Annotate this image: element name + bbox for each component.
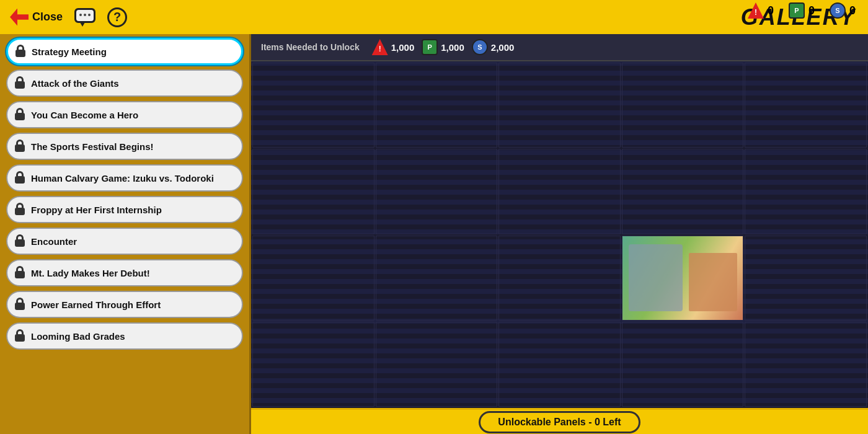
lock-icon-2 [14, 108, 26, 122]
svg-rect-4 [84, 14, 86, 16]
unlock-cost-2: P 1,000 [422, 39, 464, 55]
sidebar-item-label-1: Attack of the Giants [31, 78, 119, 89]
lock-icon-8 [14, 298, 26, 311]
sidebar-item-label-8: Power Earned Through Effort [31, 299, 161, 310]
close-label: Close [32, 11, 63, 24]
grid-cell-16[interactable] [376, 322, 498, 407]
svg-marker-2 [80, 22, 85, 27]
grid-cell-15[interactable] [252, 322, 374, 407]
chat-icon [74, 7, 96, 27]
cost1-value: 1,000 [391, 42, 415, 53]
grid-cell-9[interactable] [745, 149, 867, 234]
bottom-bar: Unlockable Panels - 0 Left [251, 408, 868, 434]
grid-cell-11[interactable] [376, 236, 498, 321]
sidebar-item-0[interactable]: Strategy Meeting [6, 38, 243, 65]
svg-rect-5 [88, 14, 91, 16]
sidebar-item-label-6: Encounter [31, 236, 77, 247]
lock-icon-1 [14, 76, 26, 90]
grid-cell-0[interactable] [252, 63, 374, 148]
sidebar-item-4[interactable]: Human Calvary Game: Izuku vs. Todoroki [6, 164, 243, 192]
blue-currency-value: 0 [849, 4, 856, 17]
sidebar-item-9[interactable]: Looming Bad Grades [6, 322, 243, 350]
sidebar-item-label-5: Froppy at Her First Internship [31, 205, 162, 215]
currency-row: 0 P 0 S 0 [748, 2, 856, 19]
sidebar-item-label-7: Mt. Lady Makes Her Debut! [31, 268, 150, 278]
lock-icon-4 [14, 171, 26, 185]
sidebar-item-5[interactable]: Froppy at Her First Internship [6, 196, 243, 223]
sidebar-item-label-2: You Can Become a Hero [31, 110, 138, 120]
green-currency-icon: P [789, 2, 805, 19]
cost2-icon: P [422, 39, 438, 55]
grid-cell-6[interactable] [376, 149, 498, 234]
unlock-label: Items Needed to Unlock [261, 42, 360, 52]
gallery-grid-bg [251, 61, 868, 408]
help-button[interactable]: ? [107, 7, 127, 27]
lock-icon-0 [14, 45, 27, 58]
currency-green: P 0 [789, 2, 815, 19]
warning-currency-icon [748, 2, 764, 19]
gallery-grid [251, 61, 868, 408]
lock-icon-7 [14, 266, 26, 280]
grid-cell-5[interactable] [252, 149, 374, 234]
unlock-cost-3: S 2,000 [472, 39, 515, 55]
lock-icon-6 [14, 234, 26, 248]
sidebar-item-1[interactable]: Attack of the Giants [6, 69, 243, 97]
svg-rect-3 [79, 14, 82, 16]
grid-cell-7[interactable] [498, 149, 621, 234]
gallery-grid-container [251, 61, 868, 408]
blue-currency-icon: S [830, 2, 846, 19]
grid-cell-13[interactable] [622, 236, 744, 321]
cost2-value: 1,000 [441, 42, 464, 53]
grid-cell-8[interactable] [622, 149, 744, 234]
grid-cell-2[interactable] [498, 63, 621, 148]
gallery-area: Items Needed to Unlock 1,000 P 1,000 S 2… [251, 34, 868, 434]
grid-cell-14[interactable] [745, 236, 867, 321]
sidebar-item-2[interactable]: You Can Become a Hero [6, 101, 243, 128]
sidebar-item-label-9: Looming Bad Grades [31, 331, 125, 342]
sidebar-item-7[interactable]: Mt. Lady Makes Her Debut! [6, 259, 243, 286]
grid-cell-4[interactable] [745, 63, 867, 148]
sidebar-item-3[interactable]: The Sports Festival Begins! [6, 133, 243, 160]
cost3-value: 2,000 [491, 42, 515, 53]
grid-cell-12[interactable] [498, 236, 621, 321]
green-currency-value: 0 [808, 4, 815, 17]
top-left-controls: Close ? [10, 7, 127, 27]
main-content: Strategy MeetingAttack of the GiantsYou … [0, 34, 868, 434]
top-bar: Close ? GALLERY 0 P 0 S 0 [0, 0, 868, 34]
chat-button[interactable] [74, 7, 96, 27]
lock-icon-5 [14, 203, 26, 216]
lock-icon-3 [14, 140, 26, 153]
sidebar-item-6[interactable]: Encounter [6, 228, 243, 255]
sidebar-item-8[interactable]: Power Earned Through Effort [6, 291, 243, 318]
currency-blue: S 0 [830, 2, 856, 19]
unlock-cost-1: 1,000 [372, 39, 415, 55]
cost1-icon [372, 39, 388, 55]
sidebar-item-label-3: The Sports Festival Begins! [31, 141, 154, 152]
unlockable-panels-button[interactable]: Unlockable Panels - 0 Left [479, 411, 640, 433]
warning-currency-value: 0 [768, 4, 774, 17]
grid-cell-17[interactable] [498, 322, 621, 407]
unlock-header: Items Needed to Unlock 1,000 P 1,000 S 2… [251, 34, 868, 61]
grid-cell-19[interactable] [745, 322, 867, 407]
close-button[interactable]: Close [10, 9, 63, 26]
grid-cell-3[interactable] [622, 63, 744, 148]
grid-cell-10[interactable] [252, 236, 374, 321]
manga-panel-image [622, 236, 743, 320]
sidebar: Strategy MeetingAttack of the GiantsYou … [0, 34, 251, 434]
sidebar-item-label-4: Human Calvary Game: Izuku vs. Todoroki [31, 173, 214, 184]
back-arrow-icon [10, 9, 29, 26]
grid-cell-18[interactable] [622, 322, 744, 407]
sidebar-item-label-0: Strategy Meeting [32, 46, 107, 57]
lock-icon-9 [14, 329, 26, 343]
cost3-icon: S [472, 39, 488, 55]
grid-cell-1[interactable] [376, 63, 498, 148]
currency-warning: 0 [748, 2, 774, 19]
